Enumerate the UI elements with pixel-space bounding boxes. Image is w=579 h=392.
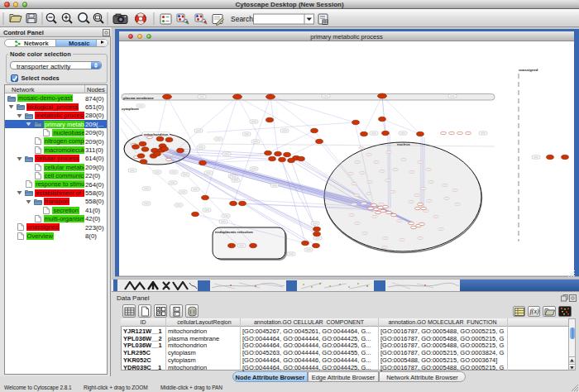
svg-text:plasma membrane: plasma membrane [123, 96, 154, 100]
svg-text:endoplasmic reticulum: endoplasmic reticulum [215, 230, 253, 234]
svg-text:mitochondrion: mitochondrion [144, 132, 169, 136]
svg-text:Search:: Search: [231, 15, 255, 23]
svg-text:unassigned: unassigned [519, 68, 538, 72]
svg-text:cytoplasm: cytoplasm [122, 107, 139, 111]
